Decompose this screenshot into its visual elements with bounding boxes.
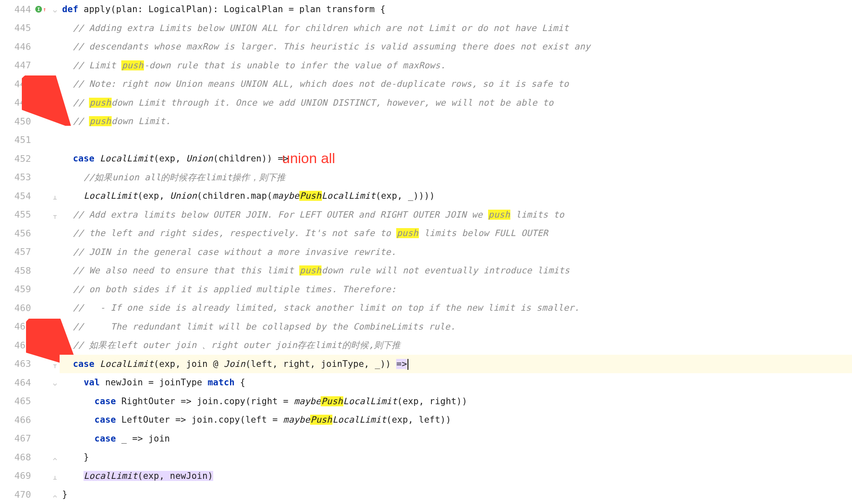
- annotation-union-all: union all: [282, 150, 335, 166]
- fold-marker-icon[interactable]: [52, 379, 58, 385]
- fold-marker-icon[interactable]: [52, 473, 58, 479]
- code-line[interactable]: // 如果在left outer join 、right outer join存…: [60, 336, 401, 355]
- code-line[interactable]: }: [60, 485, 68, 504]
- line-number: 451: [0, 135, 35, 145]
- line-number: 446: [0, 42, 35, 52]
- code-line[interactable]: def apply(plan: LogicalPlan): LogicalPla…: [60, 0, 386, 19]
- code-line[interactable]: // Note: right now Union means UNION ALL…: [60, 75, 569, 94]
- line-number: 467: [0, 433, 35, 444]
- svg-line-0: [26, 80, 60, 115]
- fold-marker-icon[interactable]: [52, 454, 58, 460]
- code-area[interactable]: union all join def apply(plan: LogicalPl…: [60, 0, 852, 504]
- code-line[interactable]: case LocalLimit(exp, Union(children)) =>: [60, 149, 288, 168]
- line-number: 452: [0, 153, 35, 164]
- code-line[interactable]: // Limit push-down rule that is unable t…: [60, 56, 446, 75]
- code-line[interactable]: case RightOuter => join.copy(right = may…: [60, 392, 467, 411]
- line-number: 454: [0, 191, 35, 201]
- line-number: 445: [0, 23, 35, 33]
- code-line[interactable]: // Add extra limits below OUTER JOIN. Fo…: [60, 205, 564, 224]
- code-line[interactable]: case LocalLimit(exp, join @ Join(left, r…: [60, 355, 852, 374]
- code-line[interactable]: // Adding extra Limits below UNION ALL f…: [60, 19, 569, 38]
- code-line[interactable]: // JOIN in the general case without a mo…: [60, 243, 396, 262]
- line-number: 458: [0, 265, 35, 276]
- line-number: 457: [0, 247, 35, 257]
- code-line[interactable]: LocalLimit(exp, Union(children.map(maybe…: [60, 187, 435, 205]
- line-number: 455: [0, 209, 35, 220]
- fold-marker-icon[interactable]: [52, 193, 58, 199]
- code-line[interactable]: // The redundant limit will be collapsed…: [60, 317, 456, 336]
- line-number: 459: [0, 284, 35, 294]
- code-line[interactable]: // pushdown Limit.: [60, 112, 171, 131]
- code-line[interactable]: //如果union all的时候存在limit操作，则下推: [60, 168, 285, 187]
- gutter-impl-icon[interactable]: I↑: [35, 6, 46, 13]
- text-cursor: [408, 359, 408, 370]
- code-line[interactable]: }: [60, 448, 89, 467]
- line-number: 453: [0, 172, 35, 182]
- code-line[interactable]: val newJoin = joinType match {: [60, 373, 246, 392]
- line-number: 468: [0, 452, 35, 462]
- code-line[interactable]: case LeftOuter => join.copy(left = maybe…: [60, 410, 451, 429]
- code-line[interactable]: // - If one side is already limited, sta…: [60, 299, 580, 317]
- code-line[interactable]: // pushdown Limit through it. Once we ad…: [60, 94, 554, 112]
- code-line[interactable]: LocalLimit(exp, newJoin): [60, 467, 213, 486]
- code-line[interactable]: // We also need to ensure that this limi…: [60, 261, 570, 280]
- code-editor[interactable]: 4444454464474484494504514524534544554564…: [0, 0, 852, 504]
- line-number: 447: [0, 60, 35, 70]
- line-number: 466: [0, 415, 35, 425]
- line-number: 470: [0, 489, 35, 500]
- line-number: 444: [0, 4, 35, 15]
- fold-marker-icon[interactable]: [52, 6, 58, 12]
- code-line[interactable]: // on both sides if it is applied multip…: [60, 280, 396, 299]
- line-number: 469: [0, 470, 35, 481]
- code-line[interactable]: case _ => join: [60, 429, 170, 448]
- line-number: 460: [0, 303, 35, 313]
- fold-marker-icon[interactable]: [52, 212, 58, 218]
- code-line[interactable]: // descendants whose maxRow is larger. T…: [60, 37, 591, 56]
- fold-marker-icon[interactable]: [52, 491, 58, 497]
- line-number: 465: [0, 396, 35, 406]
- code-line[interactable]: // the left and right sides, respectivel…: [60, 224, 548, 243]
- line-number: 456: [0, 228, 35, 239]
- line-number: 464: [0, 377, 35, 388]
